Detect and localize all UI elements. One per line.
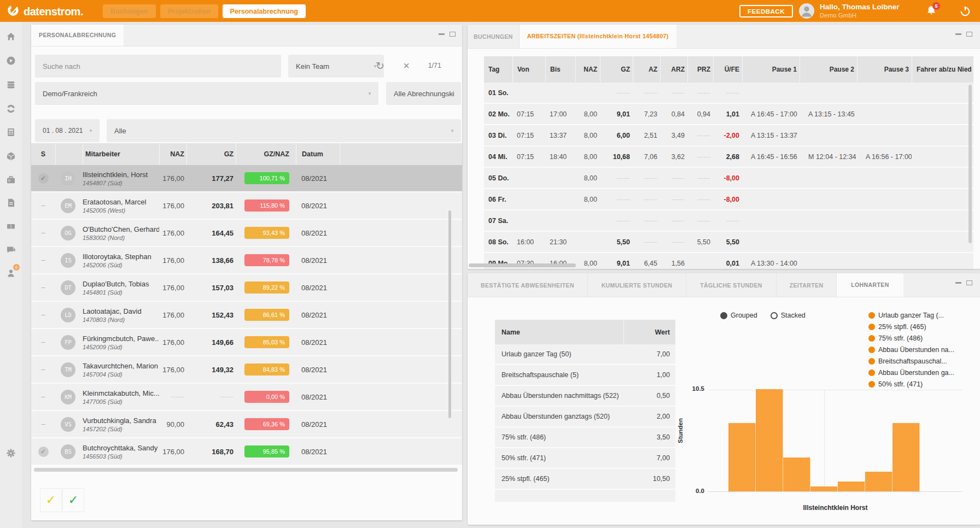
arbeitszeiten-row[interactable]: 06 Fr.8,00-------------------------8,00: [484, 189, 973, 210]
package-icon[interactable]: [6, 151, 16, 161]
col-filler: [340, 143, 462, 165]
home-icon[interactable]: [6, 32, 16, 42]
gear-icon[interactable]: [6, 448, 16, 458]
radio-grouped[interactable]: Grouped: [720, 312, 757, 319]
az-cell-uefe: 5,50: [713, 238, 742, 246]
calculator-icon[interactable]: [6, 127, 16, 137]
employee-row[interactable]: –ISIllotoroytaka, Stephan1452006 (Süd)17…: [31, 247, 462, 274]
az-cell-uefe: ------: [713, 218, 742, 224]
refresh-icon[interactable]: ↻: [372, 58, 388, 73]
maximize-icon[interactable]: [450, 32, 456, 37]
arbeitszeiten-row[interactable]: 02 Mo.07:1517:008,009,017,230,840,941,01…: [484, 104, 973, 125]
document-icon[interactable]: [6, 198, 16, 208]
logout-power-icon[interactable]: [959, 5, 971, 17]
arbeitszeiten-table-header: TagVonBisNAZGZAZARZPRZÜ/FEPause 1Pause 2…: [484, 56, 973, 83]
billing-circle-select[interactable]: Alle Abrechnungski ▼: [386, 82, 461, 105]
tab-personalabrechnung[interactable]: PERSONALABRECHNUNG: [31, 25, 124, 46]
arbeitszeiten-row[interactable]: 03 Di.07:1513:378,006,002,513,49-------2…: [484, 125, 973, 146]
topbar-tab-projektzeiten[interactable]: Projektzeiten: [160, 4, 218, 18]
ticket-icon[interactable]: [6, 221, 16, 231]
approve-pending-button[interactable]: ✓: [40, 488, 62, 512]
employee-row[interactable]: ✓IHIllsteinchtklein, Horst1454807 (Süd)1…: [31, 165, 462, 192]
legend-item[interactable]: Urlaub ganzer Tag (...: [868, 309, 954, 321]
arbeitszeiten-row[interactable]: 05 Do.8,00-------------------------8,00: [484, 168, 973, 189]
legend-item[interactable]: Abbau Überstunden ga...: [868, 367, 954, 378]
employee-row[interactable]: –LDLaotoatajac, David1470803 (Nord)176,0…: [31, 302, 462, 329]
arbeitszeiten-row[interactable]: 04 Mi.07:1518:408,0010,687,063,62------2…: [484, 146, 973, 168]
play-icon[interactable]: [6, 56, 16, 66]
employee-row[interactable]: –FPFürkingmcbutch, Pawe...1452009 (Süd)1…: [31, 329, 462, 356]
billing-select-value: Alle Abrechnungski: [394, 90, 454, 98]
donut-chart-icon[interactable]: [6, 104, 16, 114]
tab-arbeitszeiten[interactable]: ARBEITSZEITEN (Illsteinchtklein Horst 14…: [520, 25, 676, 48]
date-select[interactable]: 01 . 08 . 2021 ▼: [35, 119, 100, 142]
employee-name-cell: Takavurchtchen, Marion1457004 (Süd): [83, 362, 159, 378]
maximize-icon[interactable]: [966, 32, 972, 37]
row-select-cell[interactable]: ✓: [31, 173, 55, 184]
search-input[interactable]: [43, 62, 273, 71]
legend-item[interactable]: 50% stfr. (471): [868, 378, 954, 390]
database-icon[interactable]: [6, 80, 16, 90]
legend-item[interactable]: Breitschaftspauschal...: [868, 355, 954, 367]
employee-row[interactable]: –VSVurbutchkingla, Sandra1457202 (Süd)90…: [31, 411, 462, 438]
search-box[interactable]: [35, 55, 281, 78]
tab-best-tigte-abwesenheiten[interactable]: BESTÄTIGTE ABWESENHEITEN: [468, 273, 588, 297]
minimize-icon[interactable]: [439, 33, 445, 37]
vertical-scrollbar[interactable]: [448, 210, 451, 418]
wage-row[interactable]: 25% stpfl. (465)10,50: [495, 469, 675, 490]
radio-stacked[interactable]: Stacked: [771, 312, 806, 319]
legend-item[interactable]: 25% stpfl. (465): [868, 321, 954, 332]
horizontal-scrollbar[interactable]: [34, 468, 458, 472]
wage-row[interactable]: Urlaub ganzer Tag (50)7,00: [495, 344, 675, 365]
client-select[interactable]: Demo/Frankreich ▼: [35, 82, 378, 105]
row-select-cell[interactable]: –: [31, 393, 55, 401]
wage-name: Abbau Überstunden nachmittags (522): [495, 392, 623, 400]
tab-zeitarten[interactable]: ZEITARTEN: [777, 273, 837, 297]
chat-icon[interactable]: [6, 245, 16, 255]
az-col-header: ARZ: [660, 56, 687, 83]
arbeitszeiten-row[interactable]: 01 So.------------------------------: [484, 83, 973, 104]
wage-row[interactable]: Abbau Überstunden nachmittags (522)0,50: [495, 386, 675, 407]
wage-row[interactable]: Abbau Überstunden ganztags (520)2,00: [495, 407, 675, 427]
arbeitszeiten-row[interactable]: 07 Sa.------------------------------: [484, 210, 973, 232]
employee-row[interactable]: –KMKleinmctakabutch, Mic...1477005 (Süd)…: [31, 384, 462, 411]
employee-row[interactable]: –TMTakavurchtchen, Marion1457004 (Süd)17…: [31, 356, 462, 384]
horizontal-scrollbar[interactable]: [469, 263, 576, 267]
team-select[interactable]: Kein Team ▼: [288, 55, 384, 78]
row-select-cell[interactable]: –: [31, 420, 55, 428]
row-select-cell[interactable]: –: [31, 229, 55, 237]
row-select-cell[interactable]: –: [31, 366, 55, 373]
wage-row[interactable]: Breitschaftspauschale (5)1,00: [495, 365, 675, 386]
tab-buchungen[interactable]: BUCHUNGEN: [468, 25, 520, 48]
tab-t-gliche-stunden[interactable]: TÄGLICHE STUNDEN: [686, 273, 777, 297]
feedback-button[interactable]: FEEDBACK: [739, 5, 793, 17]
wage-row[interactable]: 75% stfr. (486)3,50: [495, 427, 675, 448]
maximize-icon[interactable]: [966, 280, 972, 285]
tab-lohnarten[interactable]: LOHNARTEN: [837, 273, 903, 297]
row-select-cell[interactable]: –: [31, 256, 55, 264]
employee-row[interactable]: –DTDuplao'Butch, Tobias1454801 (Süd)176,…: [31, 274, 462, 302]
legend-item[interactable]: Abbau Überstunden na...: [868, 344, 954, 355]
legend-item[interactable]: 75% stfr. (486): [868, 332, 954, 344]
employee-row[interactable]: –EMErataotosan, Marcel1452005 (West)176,…: [31, 192, 462, 220]
topbar-tab-personalabrechnung[interactable]: Personalabrechnung: [223, 4, 306, 18]
unchecked-mark: –: [42, 229, 45, 237]
type-select[interactable]: Alle ▼: [107, 119, 461, 142]
approve-all-button[interactable]: ✓: [62, 488, 84, 512]
briefcase-icon[interactable]: [6, 175, 16, 185]
row-select-cell[interactable]: –: [31, 284, 55, 291]
wage-row[interactable]: 50% stfr. (471)7,00: [495, 448, 675, 469]
minimize-icon[interactable]: [955, 33, 961, 37]
arbeitszeiten-row[interactable]: 08 So.16:0021:305,50------------5,505,50: [484, 232, 973, 253]
employee-row[interactable]: –OGO'Butcho'Chen, Gerhard1583002 (Nord)1…: [31, 220, 462, 247]
minimize-icon[interactable]: [955, 282, 961, 285]
vertical-scrollbar[interactable]: [969, 85, 972, 243]
row-select-cell[interactable]: ✓: [31, 447, 55, 457]
avatar[interactable]: [799, 3, 814, 19]
tab-kumulierte-stunden[interactable]: KUMULIERTE STUNDEN: [588, 273, 686, 297]
topbar-tab-buchungen[interactable]: Buchungen: [103, 4, 156, 18]
row-select-cell[interactable]: –: [31, 311, 55, 319]
row-select-cell[interactable]: –: [31, 338, 55, 346]
row-select-cell[interactable]: –: [31, 202, 55, 209]
employee-row[interactable]: ✓BSButchroychttaka, Sandy1456503 (Süd)17…: [31, 438, 462, 466]
